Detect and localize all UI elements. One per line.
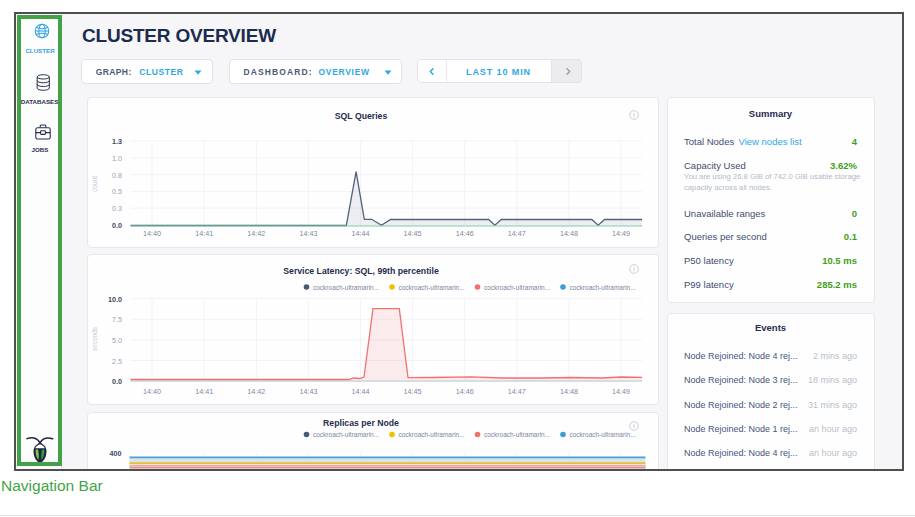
svg-text:count: count — [91, 176, 98, 192]
svg-text:14:42: 14:42 — [247, 387, 265, 396]
svg-text:2.5: 2.5 — [112, 357, 122, 366]
svg-text:7.5: 7.5 — [112, 315, 122, 324]
svg-text:0.0: 0.0 — [112, 377, 122, 386]
svg-text:seconds: seconds — [91, 326, 98, 351]
svg-text:cockroach-ultramarin...: cockroach-ultramarin... — [313, 431, 379, 438]
svg-text:14:47: 14:47 — [507, 387, 525, 396]
svg-text:SQL Queries: SQL Queries — [334, 111, 387, 121]
svg-text:0.0: 0.0 — [112, 221, 122, 230]
svg-text:14:41: 14:41 — [195, 387, 213, 396]
svg-text:14:46: 14:46 — [455, 229, 473, 238]
svg-text:cockroach-ultramarin...: cockroach-ultramarin... — [313, 284, 379, 291]
svg-text:cockroach-ultramarin...: cockroach-ultramarin... — [484, 284, 550, 291]
svg-text:cockroach-ultramarin...: cockroach-ultramarin... — [484, 431, 550, 438]
svg-text:14:43: 14:43 — [299, 387, 317, 396]
svg-text:14:41: 14:41 — [195, 229, 213, 238]
svg-text:Replicas per Node: Replicas per Node — [323, 418, 399, 428]
svg-text:14:48: 14:48 — [559, 387, 577, 396]
svg-text:14:49: 14:49 — [612, 387, 630, 396]
svg-text:0.5: 0.5 — [112, 187, 122, 196]
svg-text:cockroach-ultramarin...: cockroach-ultramarin... — [569, 284, 635, 291]
svg-text:10.0: 10.0 — [108, 295, 122, 304]
svg-text:14:43: 14:43 — [299, 229, 317, 238]
svg-text:cockroach-ultramarin...: cockroach-ultramarin... — [398, 284, 464, 291]
svg-text:1.0: 1.0 — [112, 154, 122, 163]
svg-text:5.0: 5.0 — [112, 336, 122, 345]
svg-text:14:45: 14:45 — [403, 387, 421, 396]
svg-text:0.3: 0.3 — [112, 204, 122, 213]
svg-text:14:45: 14:45 — [403, 229, 421, 238]
svg-text:14:44: 14:44 — [351, 229, 369, 238]
svg-text:1.3: 1.3 — [112, 137, 122, 146]
svg-text:14:46: 14:46 — [455, 387, 473, 396]
svg-text:14:47: 14:47 — [507, 229, 525, 238]
svg-text:cockroach-ultramarin...: cockroach-ultramarin... — [569, 431, 635, 438]
svg-text:14:42: 14:42 — [247, 229, 265, 238]
svg-text:0.8: 0.8 — [112, 171, 122, 180]
svg-text:14:49: 14:49 — [612, 229, 630, 238]
svg-text:14:44: 14:44 — [351, 387, 369, 396]
svg-text:14:40: 14:40 — [143, 387, 161, 396]
svg-text:cockroach-ultramarin...: cockroach-ultramarin... — [398, 431, 464, 438]
svg-text:400: 400 — [109, 449, 121, 458]
svg-text:Service Latency: SQL, 99th per: Service Latency: SQL, 99th percentile — [283, 266, 439, 276]
svg-text:14:48: 14:48 — [559, 229, 577, 238]
svg-text:14:40: 14:40 — [143, 229, 161, 238]
